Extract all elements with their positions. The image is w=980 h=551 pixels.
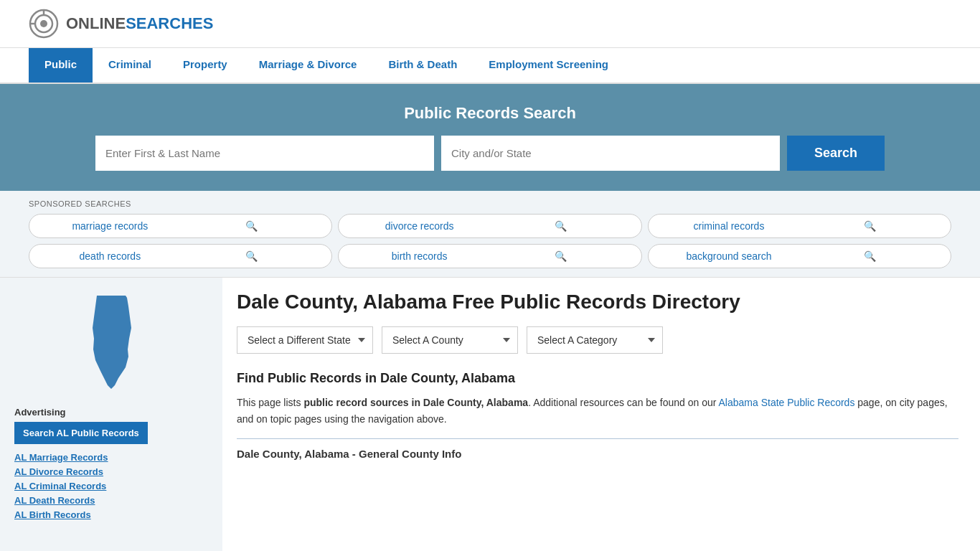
find-text-2: . Additional resources can be found on o… xyxy=(528,397,718,408)
find-text-1: This page lists xyxy=(237,397,303,408)
list-item: AL Criminal Records xyxy=(14,480,208,491)
sidebar-link-divorce[interactable]: AL Divorce Records xyxy=(14,466,103,477)
nav-public[interactable]: Public xyxy=(29,48,93,83)
sponsored-death-label: death records xyxy=(39,250,181,262)
county-dropdown[interactable]: Select A County xyxy=(382,326,518,354)
logo-text: ONLINESEARCHES xyxy=(66,14,213,33)
advertising-label: Advertising xyxy=(14,407,208,418)
sponsored-item-birth[interactable]: birth records 🔍 xyxy=(338,244,641,268)
sidebar-link-death[interactable]: AL Death Records xyxy=(14,495,95,506)
sponsored-item-marriage[interactable]: marriage records 🔍 xyxy=(29,214,332,238)
logo-icon xyxy=(29,9,59,39)
search-icon-3: 🔍 xyxy=(799,220,941,232)
header: ONLINESEARCHES xyxy=(0,0,980,48)
sponsored-item-background[interactable]: background search 🔍 xyxy=(648,244,951,268)
sponsored-item-criminal[interactable]: criminal records 🔍 xyxy=(648,214,951,238)
state-map xyxy=(68,292,154,392)
sponsored-section: SPONSORED SEARCHES marriage records 🔍 di… xyxy=(0,191,980,278)
state-dropdown[interactable]: Select a Different State xyxy=(237,326,373,354)
sponsored-background-label: background search xyxy=(659,250,800,262)
find-text: This page lists public record sources in… xyxy=(237,395,958,427)
sidebar: Advertising Search AL Public Records AL … xyxy=(0,278,222,551)
sponsored-label: SPONSORED SEARCHES xyxy=(29,199,951,208)
sponsored-criminal-label: criminal records xyxy=(659,220,800,232)
sponsored-birth-label: birth records xyxy=(349,250,490,262)
dropdowns-row: Select a Different State Select A County… xyxy=(237,326,958,354)
main-nav: Public Criminal Property Marriage & Divo… xyxy=(0,48,980,84)
logo-online: ONLINE xyxy=(66,14,126,32)
sidebar-link-marriage[interactable]: AL Marriage Records xyxy=(14,452,108,463)
name-input[interactable] xyxy=(95,136,434,171)
category-dropdown[interactable]: Select A Category xyxy=(527,326,663,354)
search-banner-title: Public Records Search xyxy=(29,104,951,123)
search-banner: Public Records Search Search xyxy=(0,84,980,191)
sidebar-link-birth[interactable]: AL Birth Records xyxy=(14,509,91,520)
nav-property[interactable]: Property xyxy=(167,48,243,83)
search-button[interactable]: Search xyxy=(787,136,885,171)
search-icon-2: 🔍 xyxy=(490,220,631,232)
sponsored-grid: marriage records 🔍 divorce records 🔍 cri… xyxy=(29,214,951,268)
county-info-title: Dale County, Alabama - General County In… xyxy=(237,448,958,460)
list-item: AL Death Records xyxy=(14,494,208,506)
nav-birth-death[interactable]: Birth & Death xyxy=(372,48,473,83)
sponsored-item-divorce[interactable]: divorce records 🔍 xyxy=(338,214,641,238)
nav-employment[interactable]: Employment Screening xyxy=(473,48,624,83)
ad-button[interactable]: Search AL Public Records xyxy=(14,422,148,444)
nav-criminal[interactable]: Criminal xyxy=(93,48,167,83)
sponsored-item-death[interactable]: death records 🔍 xyxy=(29,244,332,268)
search-icon-6: 🔍 xyxy=(799,250,941,262)
sidebar-links: AL Marriage Records AL Divorce Records A… xyxy=(14,451,208,520)
sponsored-marriage-label: marriage records xyxy=(39,220,181,232)
logo-searches: SEARCHES xyxy=(126,14,213,32)
logo: ONLINESEARCHES xyxy=(29,9,213,39)
find-title: Find Public Records in Dale County, Alab… xyxy=(237,371,958,386)
main-content: Dale County, Alabama Free Public Records… xyxy=(222,278,980,551)
list-item: AL Marriage Records xyxy=(14,451,208,463)
search-icon-5: 🔍 xyxy=(490,250,631,262)
nav-marriage-divorce[interactable]: Marriage & Divorce xyxy=(243,48,373,83)
sidebar-link-criminal[interactable]: AL Criminal Records xyxy=(14,481,106,491)
find-text-bold: public record sources in Dale County, Al… xyxy=(303,397,528,408)
search-icon-4: 🔍 xyxy=(181,250,322,262)
list-item: AL Divorce Records xyxy=(14,466,208,477)
sponsored-divorce-label: divorce records xyxy=(349,220,490,232)
section-divider xyxy=(237,438,958,439)
main-layout: Advertising Search AL Public Records AL … xyxy=(0,278,980,551)
list-item: AL Birth Records xyxy=(14,509,208,520)
search-icon-1: 🔍 xyxy=(181,220,322,232)
find-link[interactable]: Alabama State Public Records xyxy=(719,397,855,408)
search-form: Search xyxy=(95,136,885,171)
page-title: Dale County, Alabama Free Public Records… xyxy=(237,289,958,315)
svg-point-2 xyxy=(40,20,47,27)
location-input[interactable] xyxy=(441,136,780,171)
